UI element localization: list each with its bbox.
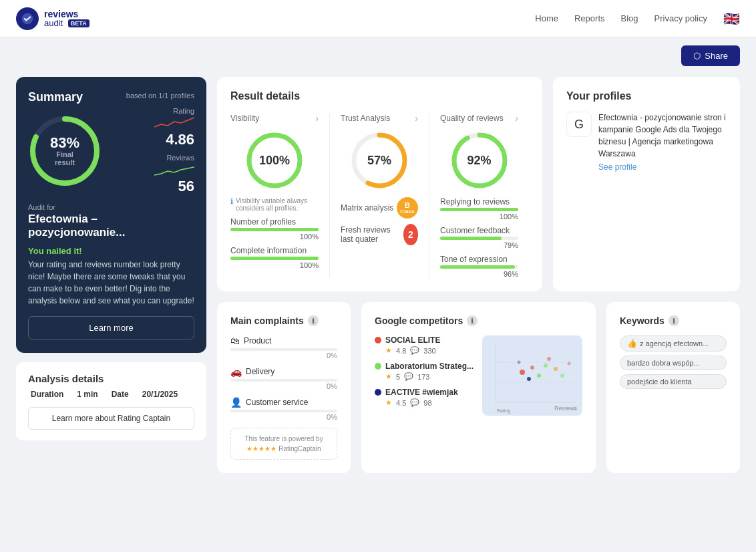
visibility-metric-1: Complete information 100% — [230, 246, 319, 269]
see-profile-link[interactable]: See profile — [598, 162, 727, 172]
rating-reviews: Rating 4.86 Reviews 56 — [154, 107, 194, 195]
trust-col: Trust Analysis › 57% — [330, 113, 429, 278]
logo: reviews audit BETA — [16, 7, 89, 30]
comment-icon-2: 💬 — [410, 398, 419, 407]
comp-name-1: Laboratorium Strateg... — [385, 362, 474, 371]
visibility-chevron[interactable]: › — [315, 113, 319, 124]
rating-block: Rating 4.86 — [154, 107, 194, 148]
competitors-info-icon[interactable]: ℹ — [467, 315, 478, 326]
nav-reports[interactable]: Reports — [574, 13, 605, 23]
nav-blog[interactable]: Blog — [621, 13, 638, 23]
matrix-badge: B Class — [397, 197, 418, 219]
comment-icon-1: 💬 — [404, 372, 413, 381]
svg-point-16 — [544, 364, 548, 368]
comment-icon-0: 💬 — [410, 346, 419, 355]
quality-title: Quality of reviews › — [440, 113, 518, 124]
svg-point-17 — [527, 377, 531, 381]
logo-icon — [16, 7, 39, 30]
profile-description: Efectownia - pozycjonowanie stron i kamp… — [598, 112, 727, 160]
keywords-title: Keywords ℹ — [620, 315, 727, 326]
product-pct: 0% — [230, 352, 337, 360]
complaints-title: Main complaints ℹ — [230, 315, 337, 326]
trust-chevron[interactable]: › — [415, 113, 418, 124]
quality-chevron[interactable]: › — [515, 113, 518, 124]
yay-description: Your rating and reviews number look pret… — [28, 259, 194, 307]
comp-reviews-1: 173 — [417, 373, 429, 381]
competitor-0: SOCIAL ELITE ★ 4.8 💬 330 — [375, 335, 474, 355]
keyword-tag-2[interactable]: podejście do klienta — [620, 374, 727, 389]
profile-item: G Efectownia - pozycjonowanie stron i ka… — [566, 112, 727, 172]
service-icon: 👤 — [230, 397, 242, 408]
svg-point-18 — [554, 367, 558, 371]
keyword-tag-0[interactable]: 👍 z agencją efectown... — [620, 335, 727, 352]
quality-pct: 92% — [467, 154, 491, 168]
product-icon: 🛍 — [230, 335, 240, 346]
top-row: Result details Visibility › — [217, 77, 740, 291]
svg-point-21 — [518, 361, 521, 364]
complaint-delivery: 🚗 Delivery 0% — [230, 366, 337, 390]
delivery-pct: 0% — [230, 382, 337, 390]
rating-sparkline-svg — [154, 115, 194, 131]
visibility-col: Visibility › 100% — [230, 113, 330, 278]
reviews-block: Reviews 56 — [154, 154, 194, 195]
svg-point-19 — [547, 357, 551, 361]
fresh-row: Fresh reviews last quater 2 — [341, 224, 418, 245]
google-icon: G — [566, 112, 592, 137]
learn-more-button[interactable]: Learn more — [28, 316, 194, 339]
complaints-info-icon[interactable]: ℹ — [308, 315, 319, 326]
keyword-tag-1[interactable]: bardzo dobra wspóp... — [620, 356, 727, 370]
keywords-card: Keywords ℹ 👍 z agencją efectown... bardz… — [606, 302, 740, 473]
powered-name: RatingCaptain — [278, 445, 321, 452]
analysis-card: Analysis details Duration 1 min Date 20/… — [16, 362, 206, 440]
share-button[interactable]: ⬡ Share — [681, 45, 740, 66]
competitors-title: Google competitors ℹ — [375, 315, 582, 326]
date-val: 20/1/2025 — [142, 390, 178, 399]
quality-metric-0: Replying to reviews 100% — [440, 197, 518, 221]
service-pct: 0% — [230, 413, 337, 421]
complaint-service: 👤 Customer service 0% — [230, 397, 337, 421]
keywords-info-icon[interactable]: ℹ — [669, 315, 679, 326]
summary-top: 83% Final result Rating 4.86 — [28, 107, 194, 195]
competitor-dot-1 — [375, 363, 381, 370]
matrix-row: Matrix analysis B Class — [341, 197, 418, 219]
competitor-1: Laboratorium Strateg... ★ 5 💬 173 — [375, 362, 474, 381]
nav-home[interactable]: Home — [535, 13, 558, 23]
complaints-card: Main complaints ℹ 🛍 Product 0% 🚗 Deliver… — [217, 302, 351, 473]
main-layout: Summary based on 1/1 profiles 83% Final … — [0, 66, 756, 484]
complaint-product: 🛍 Product 0% — [230, 335, 337, 360]
summary-title: Summary — [28, 90, 83, 104]
logo-reviews-text: reviews — [44, 9, 89, 19]
language-flag[interactable]: 🇬🇧 — [723, 11, 740, 27]
rating-captain-button[interactable]: Learn more about Rating Captain — [28, 407, 194, 430]
comp-name-2: EACTIVE #wiemjak — [385, 388, 458, 397]
powered-by: This feature is powered by ★★★★★ RatingC… — [230, 428, 337, 460]
comp-reviews-2: 98 — [423, 399, 431, 407]
result-cols: Visibility › 100% — [230, 113, 529, 278]
quality-metric-1: Customer feedback 79% — [440, 226, 518, 249]
quality-col: Quality of reviews › 92% — [429, 113, 529, 278]
competitor-dot-0 — [375, 337, 381, 343]
fresh-label: Fresh reviews last quater — [341, 225, 403, 244]
reviews-label: Reviews — [166, 154, 194, 162]
bottom-row: Main complaints ℹ 🛍 Product 0% 🚗 Deliver… — [217, 302, 740, 473]
final-pct: 83% — [47, 136, 83, 150]
svg-point-20 — [560, 374, 564, 378]
profiles-card: Your profiles G Efectownia - pozycjonowa… — [553, 77, 740, 291]
svg-point-13 — [520, 370, 525, 375]
nav-privacy[interactable]: Privacy policy — [654, 13, 707, 23]
svg-text:→: → — [572, 407, 577, 412]
profiles-title: Your profiles — [566, 90, 727, 102]
sidebar: Summary based on 1/1 profiles 83% Final … — [16, 77, 206, 473]
share-icon: ⬡ — [693, 51, 701, 61]
quality-metric-2: Tone of expression 96% — [440, 255, 518, 278]
delivery-label: Delivery — [246, 367, 274, 376]
fresh-badge: 2 — [403, 224, 418, 245]
share-bar: ⬡ Share — [0, 37, 756, 66]
duration-val: 1 min — [77, 390, 98, 399]
date-label: Date — [112, 390, 129, 399]
svg-point-22 — [568, 362, 571, 366]
visibility-title: Visibility › — [230, 113, 319, 124]
product-label: Product — [244, 336, 271, 346]
logo-audit-text: audit BETA — [44, 19, 89, 27]
rating-val: 4.86 — [166, 131, 194, 148]
